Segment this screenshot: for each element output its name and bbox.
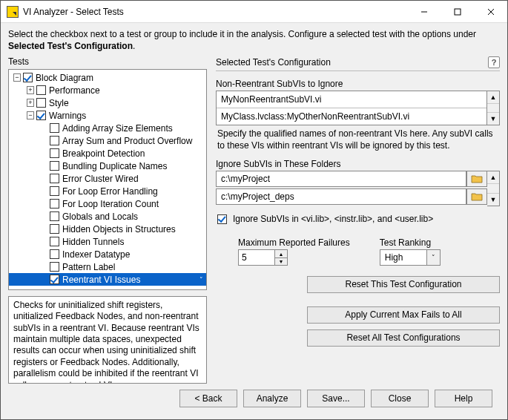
test-ranking-select[interactable]: High ˅ <box>380 249 441 266</box>
tree-item[interactable]: Error Cluster Wired <box>9 172 206 185</box>
browse-button[interactable] <box>466 171 487 187</box>
spin-up-icon[interactable]: ▲ <box>275 250 287 258</box>
help-icon[interactable]: ? <box>488 56 500 68</box>
tree-checkbox[interactable] <box>23 73 33 82</box>
tree-item-label: For Loop Iteration Count <box>62 199 159 209</box>
browse-button[interactable] <box>466 188 487 205</box>
test-ranking-label: Test Ranking <box>380 237 441 248</box>
reset-all-button[interactable]: Reset All Test Configurations <box>307 329 500 347</box>
tree-checkbox[interactable] <box>50 249 59 259</box>
tree-item[interactable]: −Block Diagram <box>9 71 206 84</box>
window-root: VI Analyzer - Select Tests Select the ch… <box>0 0 508 420</box>
config-heading-row: Selected Test's Configuration ? <box>216 56 500 68</box>
tree-item[interactable]: Adding Array Size Elements <box>9 122 206 134</box>
ignore-libs-label: Ignore SubVIs in <vi.lib>, <instr.lib>, … <box>233 214 433 224</box>
tree-item-label: Hidden Tunnels <box>62 237 124 247</box>
analyze-button[interactable]: Analyze <box>243 390 301 407</box>
help-button[interactable]: Help <box>435 390 492 407</box>
tree-item[interactable]: −Warnings <box>9 109 206 122</box>
tree-item-label: Style <box>49 98 69 108</box>
ignore-libs-checkbox[interactable] <box>217 214 227 224</box>
tree-item[interactable]: Reentrant VI Issues˅ <box>9 273 206 286</box>
intro-bold: Selected Test's Configuration <box>8 41 133 51</box>
test-description: Checks for uninitialized shift registers… <box>8 296 207 384</box>
max-failures-input[interactable] <box>238 249 275 266</box>
reset-this-button[interactable]: Reset This Test Configuration <box>307 276 500 293</box>
tree-item-label: Performance <box>49 85 100 96</box>
tree-item-label: Reentrant VI Issues <box>62 275 140 285</box>
tree-item[interactable]: Bundling Duplicate Names <box>9 160 206 172</box>
collapse-icon[interactable]: − <box>13 73 21 82</box>
apply-max-button[interactable]: Apply Current Max Fails to All <box>307 306 500 324</box>
tree-item[interactable]: Indexer Datatype <box>9 248 206 260</box>
tree-checkbox[interactable] <box>50 174 59 183</box>
tree-item[interactable]: +Style <box>9 96 206 109</box>
folder-path[interactable]: c:\myProject_deps <box>216 188 466 205</box>
tree-checkbox[interactable] <box>36 111 46 120</box>
svg-rect-1 <box>455 9 461 15</box>
window-title: VI Analyzer - Select Tests <box>23 7 407 17</box>
tree-item[interactable]: Hidden Objects in Structures <box>9 223 206 235</box>
tree-item-label: Bundling Duplicate Names <box>62 161 167 171</box>
tree-item[interactable]: Pattern Label <box>9 260 206 273</box>
ignore-vis-hint: Specify the qualified names of non-reent… <box>217 128 498 151</box>
intro-text: Select the checkbox next to a test or gr… <box>8 29 500 52</box>
max-failures-label: Maximum Reported Failures <box>238 237 350 248</box>
tree-checkbox[interactable] <box>50 199 59 209</box>
tree-checkbox[interactable] <box>50 237 59 246</box>
tests-label: Tests <box>8 56 207 67</box>
list-item[interactable]: MyNonReentrantSubVI.vi <box>217 91 486 108</box>
tests-tree[interactable]: −Block Diagram+Performance+Style−Warning… <box>8 69 207 290</box>
tree-checkbox[interactable] <box>50 123 59 133</box>
close-button[interactable] <box>474 1 507 22</box>
save-button[interactable]: Save... <box>307 390 365 407</box>
scroll-down-icon[interactable]: ▼ <box>487 112 499 125</box>
maximize-button[interactable] <box>441 1 474 22</box>
list-scrollbar[interactable]: ▲ ▼ <box>487 171 500 206</box>
tree-checkbox[interactable] <box>50 186 59 196</box>
ignore-vis-label: Non-Reentrant SubVIs to Ignore <box>216 79 500 89</box>
tree-checkbox[interactable] <box>50 148 59 158</box>
spin-down-icon[interactable]: ▼ <box>275 258 287 266</box>
tree-checkbox[interactable] <box>36 98 46 108</box>
expand-icon[interactable]: + <box>27 99 34 107</box>
tree-checkbox[interactable] <box>50 136 59 145</box>
chevron-down-icon[interactable]: ˅ <box>427 249 441 266</box>
tree-item[interactable]: Array Sum and Product Overflow <box>9 134 206 147</box>
app-icon <box>7 6 19 18</box>
tree-checkbox[interactable] <box>50 224 59 234</box>
ignore-folders-list: c:\myProject c:\myProject_deps <box>216 171 500 206</box>
tree-item-label: Pattern Label <box>62 262 115 272</box>
ignore-libs-row[interactable]: Ignore SubVIs in <vi.lib>, <instr.lib>, … <box>217 214 498 224</box>
tree-item[interactable]: For Loop Error Handling <box>9 185 206 197</box>
list-scrollbar[interactable]: ▲ ▼ <box>487 91 500 125</box>
back-button[interactable]: < Back <box>179 390 237 407</box>
expand-icon[interactable]: + <box>27 86 34 94</box>
tree-item[interactable]: Hidden Tunnels <box>9 235 206 248</box>
tree-checkbox[interactable] <box>50 262 59 272</box>
scroll-down-icon[interactable]: ▼ <box>487 193 499 206</box>
intro-period: . <box>133 41 135 51</box>
collapse-icon[interactable]: − <box>27 111 34 119</box>
tree-item[interactable]: For Loop Iteration Count <box>9 197 206 210</box>
tree-item[interactable]: +Performance <box>9 84 206 96</box>
tree-checkbox[interactable] <box>36 85 46 95</box>
scroll-up-icon[interactable]: ▲ <box>487 171 499 184</box>
titlebar: VI Analyzer - Select Tests <box>1 1 507 23</box>
scroll-up-icon[interactable]: ▲ <box>487 91 499 104</box>
ignore-vis-list[interactable]: MyNonReentrantSubVI.vi MyClass.lvclass:M… <box>216 91 500 125</box>
minimize-button[interactable] <box>407 1 441 22</box>
max-failures-spinner[interactable]: ▲ ▼ <box>238 249 350 266</box>
folder-path[interactable]: c:\myProject <box>216 171 466 187</box>
tree-item[interactable]: Breakpoint Detection <box>9 147 206 160</box>
list-item[interactable]: MyClass.lvclass:MyOtherNonReentrantSubVI… <box>217 108 486 125</box>
tree-item-label: Breakpoint Detection <box>62 148 145 159</box>
close-footer-button[interactable]: Close <box>371 390 429 407</box>
tree-checkbox[interactable] <box>50 275 59 284</box>
tree-item-label: Error Cluster Wired <box>62 174 139 184</box>
tree-item-label: Globals and Locals <box>62 211 138 222</box>
tree-checkbox[interactable] <box>50 211 59 221</box>
tree-item[interactable]: Globals and Locals <box>9 210 206 223</box>
tree-checkbox[interactable] <box>50 161 59 171</box>
footer-buttons: < Back Analyze Save... Close Help <box>8 384 500 413</box>
